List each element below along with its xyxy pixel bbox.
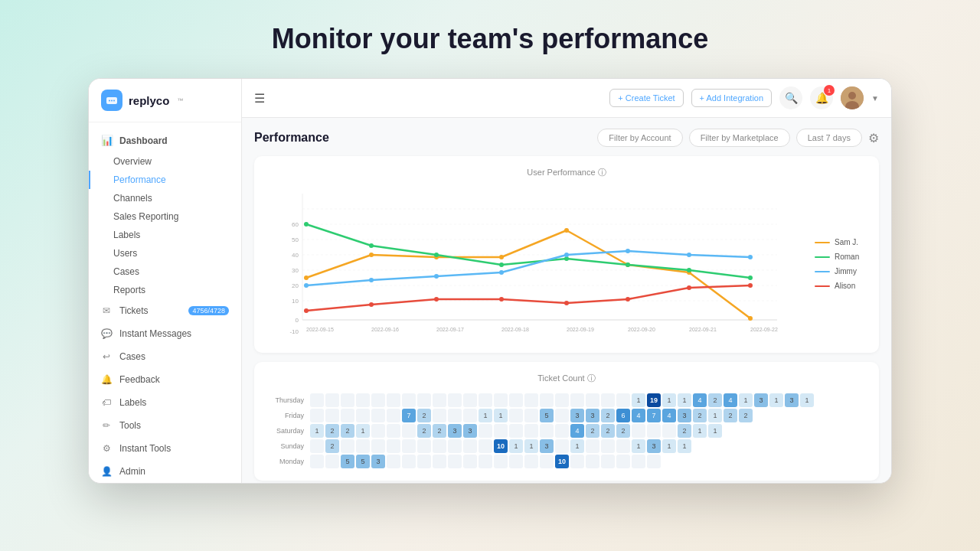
instant-messages-icon: 💬 bbox=[101, 328, 112, 339]
svg-point-46 bbox=[687, 268, 691, 272]
add-integration-button[interactable]: + Add Integration bbox=[691, 89, 772, 107]
content-area: Performance Filter by Account Filter by … bbox=[242, 118, 891, 483]
topbar-left: ☰ bbox=[254, 91, 265, 106]
page-headline: Monitor your team's performance bbox=[272, 23, 709, 55]
chart-title: User Performance ⓘ bbox=[265, 167, 868, 178]
page-wrapper: Monitor your team's performance replyco … bbox=[15, 15, 965, 551]
sidebar-item-sales-reporting[interactable]: Sales Reporting bbox=[89, 207, 241, 226]
chevron-down-icon[interactable]: ▼ bbox=[871, 94, 879, 103]
svg-point-49 bbox=[369, 278, 374, 282]
sidebar-item-users[interactable]: Users bbox=[89, 244, 241, 262]
cases-icon: ↩ bbox=[101, 351, 112, 362]
notification-badge: 1 bbox=[824, 85, 835, 96]
notifications-button[interactable]: 🔔 1 bbox=[810, 86, 833, 109]
svg-point-2 bbox=[111, 100, 113, 102]
svg-point-47 bbox=[748, 276, 753, 280]
svg-point-57 bbox=[369, 302, 374, 307]
heatmap-title: Ticket Count ⓘ bbox=[265, 373, 868, 384]
legend-alison: Alison bbox=[815, 282, 868, 290]
chart-container: 0 10 20 30 40 50 60 -10 2022-09-15 2022 bbox=[265, 186, 868, 342]
heatmap-row-friday: Friday 7 2 bbox=[266, 409, 814, 422]
sidebar-item-instant-messages[interactable]: 💬 Instant Messages bbox=[89, 322, 241, 345]
svg-point-35 bbox=[499, 255, 504, 259]
topbar-right: + Create Ticket + Add Integration 🔍 🔔 1 … bbox=[609, 86, 879, 109]
svg-text:2022-09-22: 2022-09-22 bbox=[750, 327, 778, 332]
legend-label-roman: Roman bbox=[835, 253, 859, 261]
sidebar-item-overview[interactable]: Overview bbox=[89, 152, 241, 171]
sidebar-item-cases-sub[interactable]: Cases bbox=[89, 262, 241, 281]
chart-legend: Sam J. Roman Jimmy bbox=[807, 186, 868, 342]
sidebar-item-reports[interactable]: Reports bbox=[89, 281, 241, 299]
sidebar-sub-items: Overview Performance Channels Sales Repo… bbox=[89, 152, 241, 299]
heatmap-row-thursday: Thursday bbox=[266, 393, 814, 407]
svg-point-39 bbox=[748, 316, 753, 321]
sidebar-dashboard-header[interactable]: 📊 Dashboard bbox=[89, 129, 241, 152]
day-label-thursday: Thursday bbox=[266, 393, 309, 407]
line-chart-area: 0 10 20 30 40 50 60 -10 2022-09-15 2022 bbox=[265, 186, 799, 342]
day-label-saturday: Saturday bbox=[266, 424, 309, 438]
svg-text:-10: -10 bbox=[289, 328, 299, 335]
svg-text:2022-09-20: 2022-09-20 bbox=[628, 327, 655, 332]
legend-label-jimmy: Jimmy bbox=[835, 267, 857, 276]
sidebar-item-labels[interactable]: 🏷 Labels bbox=[89, 391, 241, 414]
legend-line-sam bbox=[815, 242, 830, 243]
user-performance-card: User Performance ⓘ bbox=[254, 156, 879, 353]
search-button[interactable]: 🔍 bbox=[779, 86, 802, 109]
legend-label-alison: Alison bbox=[835, 282, 855, 290]
heatmap-row-sunday: Sunday 2 bbox=[266, 439, 814, 453]
svg-point-42 bbox=[434, 253, 439, 257]
svg-text:2022-09-19: 2022-09-19 bbox=[567, 327, 594, 332]
sidebar-item-performance[interactable]: Performance bbox=[89, 171, 241, 189]
svg-point-32 bbox=[304, 276, 309, 280]
topbar: ☰ + Create Ticket + Add Integration 🔍 🔔 … bbox=[242, 79, 891, 118]
filter-marketplace-button[interactable]: Filter by Marketplace bbox=[689, 129, 790, 147]
svg-text:40: 40 bbox=[292, 252, 299, 259]
sidebar-item-admin[interactable]: 👤 Admin bbox=[89, 460, 241, 483]
app-container: replyco ™ 📊 Dashboard Overview Performan… bbox=[88, 78, 892, 484]
sidebar-item-tickets[interactable]: ✉ Tickets 4756/4728 bbox=[89, 299, 241, 322]
dashboard-label: Dashboard bbox=[119, 135, 168, 146]
create-ticket-button[interactable]: + Create Ticket bbox=[609, 89, 683, 107]
chart-settings-icon[interactable]: ⚙ bbox=[868, 131, 879, 145]
svg-point-1 bbox=[109, 100, 110, 102]
svg-point-60 bbox=[564, 301, 569, 305]
day-label-friday: Friday bbox=[266, 409, 309, 422]
svg-text:2022-09-15: 2022-09-15 bbox=[306, 327, 334, 332]
sidebar: replyco ™ 📊 Dashboard Overview Performan… bbox=[89, 79, 242, 483]
svg-point-55 bbox=[748, 255, 753, 259]
legend-line-jimmy bbox=[815, 271, 830, 272]
svg-point-53 bbox=[626, 249, 630, 253]
svg-text:0: 0 bbox=[296, 317, 299, 324]
svg-point-54 bbox=[687, 253, 691, 257]
svg-point-59 bbox=[499, 297, 504, 302]
svg-point-48 bbox=[304, 283, 309, 288]
user-avatar[interactable] bbox=[841, 86, 864, 109]
ticket-icon: ✉ bbox=[101, 305, 112, 316]
filter-account-button[interactable]: Filter by Account bbox=[597, 129, 682, 147]
svg-point-61 bbox=[626, 297, 630, 302]
svg-point-56 bbox=[304, 308, 309, 313]
svg-point-63 bbox=[748, 283, 753, 288]
svg-text:30: 30 bbox=[292, 267, 299, 274]
sidebar-item-instant-tools[interactable]: ⚙ Instant Tools bbox=[89, 437, 241, 460]
day-label-sunday: Sunday bbox=[266, 439, 309, 453]
legend-line-roman bbox=[815, 256, 830, 258]
sidebar-item-channels[interactable]: Channels bbox=[89, 189, 241, 207]
svg-point-33 bbox=[369, 253, 374, 257]
filter-time-button[interactable]: Last 7 days bbox=[796, 129, 862, 147]
hamburger-icon[interactable]: ☰ bbox=[254, 91, 265, 106]
svg-point-36 bbox=[564, 228, 569, 233]
svg-point-5 bbox=[848, 92, 856, 99]
page-title: Performance bbox=[254, 131, 329, 145]
sidebar-item-tools[interactable]: ✏ Tools bbox=[89, 414, 241, 437]
svg-point-58 bbox=[434, 297, 439, 302]
svg-point-40 bbox=[304, 222, 309, 227]
instant-tools-icon: ⚙ bbox=[101, 443, 112, 454]
sidebar-item-labels-sub[interactable]: Labels bbox=[89, 226, 241, 244]
sidebar-item-feedback[interactable]: 🔔 Feedback bbox=[89, 368, 241, 391]
tools-icon: ✏ bbox=[101, 420, 112, 431]
search-icon: 🔍 bbox=[785, 92, 798, 104]
admin-icon: 👤 bbox=[101, 466, 112, 477]
tickets-badge: 4756/4728 bbox=[188, 306, 229, 315]
sidebar-item-cases[interactable]: ↩ Cases bbox=[89, 345, 241, 368]
